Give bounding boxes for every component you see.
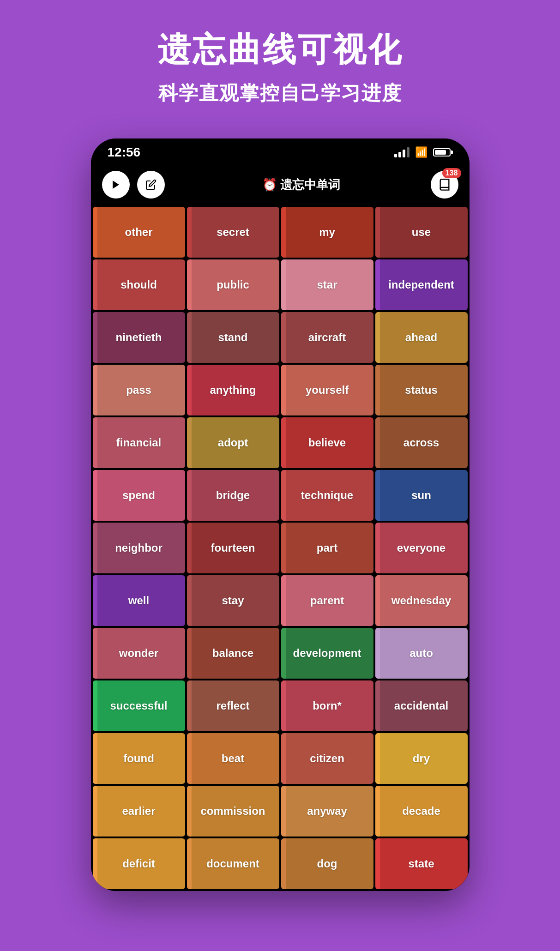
word-cell[interactable]: ahead — [375, 312, 468, 363]
word-text: use — [405, 226, 437, 239]
word-cell[interactable]: successful — [93, 680, 185, 731]
color-strip — [281, 207, 286, 258]
color-strip — [375, 365, 380, 415]
word-cell[interactable]: stand — [187, 312, 279, 363]
word-cell[interactable]: born* — [281, 680, 373, 731]
color-strip — [187, 312, 192, 363]
word-cell[interactable]: adopt — [187, 417, 279, 468]
color-strip — [375, 259, 380, 310]
word-cell[interactable]: beat — [187, 733, 279, 784]
word-cell[interactable]: accidental — [375, 680, 468, 731]
play-button[interactable] — [102, 171, 130, 199]
color-strip — [281, 470, 286, 521]
word-cell[interactable]: pass — [93, 365, 185, 415]
word-text: across — [397, 436, 446, 449]
word-cell[interactable]: citizen — [281, 733, 373, 784]
word-cell[interactable]: ninetieth — [93, 312, 185, 363]
color-strip — [375, 417, 380, 468]
color-strip — [375, 733, 380, 784]
word-text: decade — [396, 805, 447, 818]
color-strip — [281, 575, 286, 626]
word-cell[interactable]: found — [93, 733, 185, 784]
word-text: well — [122, 594, 156, 607]
word-cell[interactable]: earlier — [93, 786, 185, 837]
word-cell[interactable]: balance — [187, 628, 279, 679]
word-cell[interactable]: document — [187, 838, 279, 889]
word-cell[interactable]: spend — [93, 470, 185, 521]
color-strip — [281, 838, 286, 889]
word-text: reflect — [210, 699, 256, 712]
word-cell[interactable]: sun — [375, 470, 468, 521]
word-cell[interactable]: yourself — [281, 365, 373, 415]
word-cell[interactable]: fourteen — [187, 523, 279, 573]
word-cell[interactable]: decade — [375, 786, 468, 837]
word-cell[interactable]: reflect — [187, 680, 279, 731]
color-strip — [375, 628, 380, 679]
word-text: should — [114, 278, 163, 291]
toolbar-title: ⏰ 遗忘中单词 — [172, 177, 431, 193]
word-text: born* — [306, 699, 348, 712]
word-cell[interactable]: financial — [93, 417, 185, 468]
color-strip — [375, 470, 380, 521]
color-strip — [93, 680, 97, 731]
word-cell[interactable]: should — [93, 259, 185, 310]
word-text: status — [398, 384, 444, 397]
color-strip — [187, 628, 192, 679]
word-cell[interactable]: dog — [281, 838, 373, 889]
word-cell[interactable]: parent — [281, 575, 373, 626]
word-cell[interactable]: dry — [375, 733, 468, 784]
word-text: secret — [210, 226, 256, 239]
word-text: technique — [295, 489, 360, 502]
word-cell[interactable]: secret — [187, 207, 279, 258]
word-text: aircraft — [302, 331, 352, 344]
edit-button[interactable] — [137, 171, 165, 199]
word-text: fourteen — [205, 542, 262, 554]
color-strip — [93, 207, 97, 258]
word-cell[interactable]: independent — [375, 259, 468, 310]
color-strip — [281, 365, 286, 415]
sub-title: 科学直观掌控自己学习进度 — [158, 80, 402, 106]
word-text: part — [310, 542, 344, 554]
word-text: ahead — [399, 331, 444, 344]
word-text: accidental — [388, 699, 455, 712]
book-button[interactable]: 138 — [431, 171, 458, 199]
word-cell[interactable]: everyone — [375, 523, 468, 573]
word-cell[interactable]: wonder — [93, 628, 185, 679]
word-cell[interactable]: other — [93, 207, 185, 258]
word-cell[interactable]: aircraft — [281, 312, 373, 363]
word-cell[interactable]: stay — [187, 575, 279, 626]
word-cell[interactable]: believe — [281, 417, 373, 468]
phone-container: 12:56 📶 ⏰ 遗忘中单词 — [91, 138, 470, 891]
word-text: believe — [302, 436, 352, 449]
word-text: document — [200, 857, 266, 870]
word-cell[interactable]: my — [281, 207, 373, 258]
word-cell[interactable]: neighbor — [93, 523, 185, 573]
color-strip — [281, 680, 286, 731]
word-cell[interactable]: across — [375, 417, 468, 468]
word-cell[interactable]: wednesday — [375, 575, 468, 626]
word-cell[interactable]: public — [187, 259, 279, 310]
color-strip — [93, 575, 97, 626]
word-cell[interactable]: well — [93, 575, 185, 626]
color-strip — [281, 786, 286, 837]
battery-icon — [433, 148, 453, 156]
word-cell[interactable]: part — [281, 523, 373, 573]
word-cell[interactable]: anything — [187, 365, 279, 415]
word-cell[interactable]: use — [375, 207, 468, 258]
word-cell[interactable]: star — [281, 259, 373, 310]
color-strip — [187, 417, 192, 468]
word-cell[interactable]: development — [281, 628, 373, 679]
word-cell[interactable]: auto — [375, 628, 468, 679]
word-cell[interactable]: technique — [281, 470, 373, 521]
word-cell[interactable]: bridge — [187, 470, 279, 521]
color-strip — [375, 786, 380, 837]
word-cell[interactable]: commission — [187, 786, 279, 837]
color-strip — [281, 628, 286, 679]
word-cell[interactable]: status — [375, 365, 468, 415]
word-cell[interactable]: deficit — [93, 838, 185, 889]
word-cell[interactable]: anyway — [281, 786, 373, 837]
color-strip — [93, 786, 97, 837]
color-strip — [187, 575, 192, 626]
color-strip — [187, 733, 192, 784]
word-cell[interactable]: state — [375, 838, 468, 889]
